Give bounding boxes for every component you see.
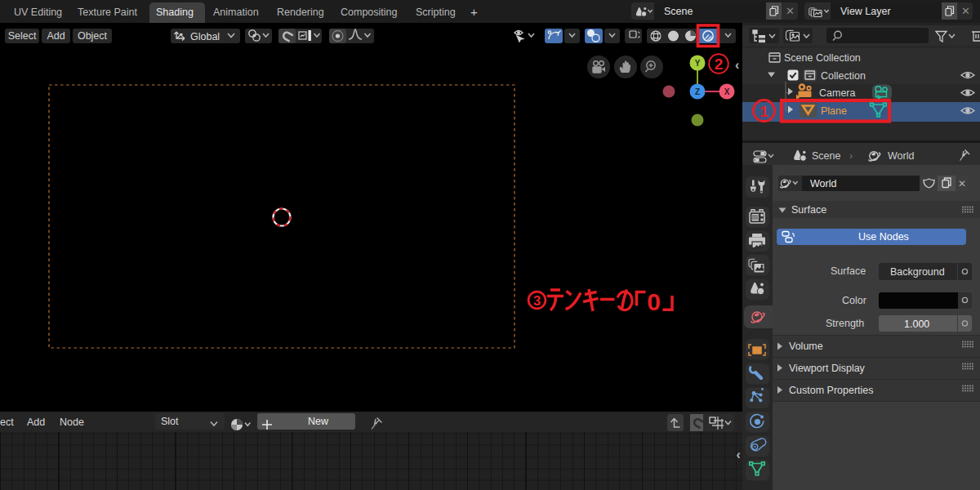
- svg-text:2: 2: [715, 56, 724, 73]
- svg-text:‹: ‹: [737, 448, 741, 461]
- svg-text:0: 0: [647, 288, 661, 315]
- svg-text:Z: Z: [695, 87, 700, 96]
- svg-text:Y: Y: [695, 59, 701, 68]
- svg-text:X: X: [724, 87, 730, 96]
- svg-text:‹: ‹: [735, 58, 739, 72]
- svg-text:3: 3: [533, 293, 541, 308]
- svg-text:1: 1: [760, 103, 768, 120]
